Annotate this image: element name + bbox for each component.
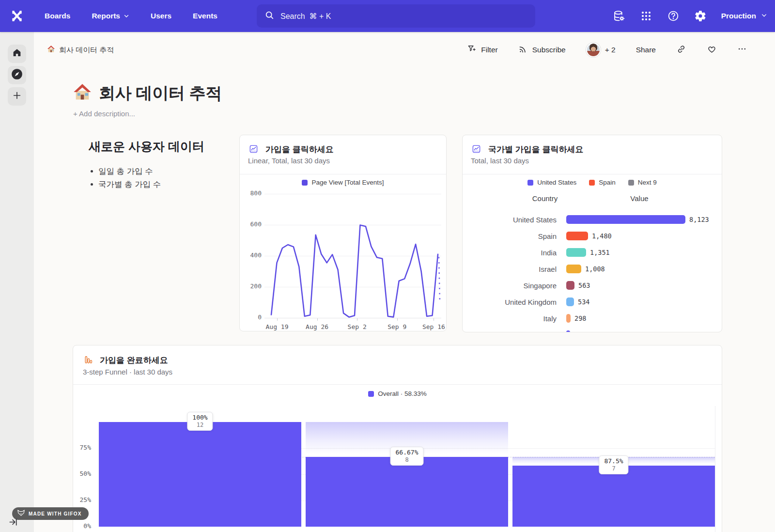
bar[interactable] [566, 297, 574, 306]
y-axis-tick: 50% [75, 470, 91, 477]
country-label: Singapore [470, 282, 557, 290]
bar-row-singapore[interactable]: Singapore563 [470, 277, 722, 294]
funnel-step-badge: 100%12 [187, 412, 213, 431]
nav-menu: BoardsReportsUsersEvents [45, 12, 217, 20]
funnel-step-bar-1[interactable] [99, 422, 301, 527]
left-sidebar [0, 32, 34, 532]
bar-row-israel[interactable]: Israel1,008 [470, 261, 722, 277]
bar[interactable] [566, 215, 685, 224]
column-header-value: Value [618, 194, 661, 203]
y-axis-tick: 200 [242, 282, 262, 290]
filter-button[interactable]: Filter [467, 44, 497, 56]
chevron-down-icon [124, 13, 129, 19]
bar-chart-rows: United States8,123Spain1,480India1,351Is… [470, 211, 722, 332]
card-subtitle: Linear, Total, last 30 days [248, 156, 330, 165]
nav-item-reports[interactable]: Reports [92, 12, 129, 20]
bar-value: 534 [578, 298, 589, 306]
bar[interactable] [566, 314, 571, 323]
legend-item[interactable]: Spain [589, 179, 616, 186]
gifox-badge[interactable]: MADE WITH GIFOX [12, 507, 89, 520]
mixpanel-logo-icon[interactable] [9, 8, 25, 24]
divider [240, 174, 446, 174]
funnel-step-bar-2[interactable] [306, 457, 508, 527]
top-nav: BoardsReportsUsersEvents Search ⌘ + K [0, 0, 775, 32]
country-label: Italy [470, 314, 557, 323]
column-header-country: Country [511, 194, 579, 203]
line-chart-card[interactable]: 가입을 클릭하세요 Linear, Total, last 30 days Pa… [239, 135, 447, 331]
divider [463, 174, 722, 174]
subscribe-button[interactable]: Subscribe [518, 44, 566, 56]
funnel-chart-card[interactable]: 가입을 완료하세요 3-step Funnel · last 30 days O… [73, 345, 722, 532]
bar-row-italy[interactable]: Italy298 [470, 310, 722, 327]
bar[interactable] [566, 265, 581, 273]
bar-row-georgia[interactable]: Georgia [470, 327, 722, 332]
bar-chart-icon [472, 144, 481, 156]
legend-item[interactable]: Next 9 [628, 179, 657, 186]
bar-chart-card[interactable]: 국가별 가입을 클릭하세요 Total, last 30 days United… [462, 135, 722, 332]
legend-swatch [302, 180, 308, 186]
copy-link-button[interactable] [676, 44, 686, 56]
y-axis-tick: 600 [242, 220, 262, 228]
filter-icon [467, 44, 477, 56]
house-icon [47, 45, 55, 55]
fox-icon [17, 509, 25, 518]
card-title: 가입을 클릭하세요 [265, 144, 334, 155]
chevron-down-icon [761, 12, 767, 20]
sidebar-add-button[interactable] [8, 87, 26, 106]
step-count: 7 [604, 465, 623, 472]
favorite-button[interactable] [707, 44, 717, 56]
line-chart-plot[interactable]: 0200400600800Aug 19Aug 26Sep 2Sep 9Sep 1… [264, 189, 441, 331]
share-button[interactable]: Share [636, 46, 656, 54]
legend-item[interactable]: United States [527, 179, 576, 186]
y-axis-tick: 0% [75, 522, 91, 530]
collaborators[interactable]: + 2 [586, 43, 616, 57]
bar[interactable] [566, 281, 574, 290]
bar-row-united-kingdom[interactable]: United Kingdom534 [470, 294, 722, 310]
rss-icon [518, 44, 528, 56]
legend-item[interactable]: Page View [Total Events] [302, 179, 384, 186]
project-selector[interactable]: Prouction [721, 12, 767, 20]
breadcrumb[interactable]: 회사 데이터 추적 [47, 45, 114, 55]
text-widget-heading: 새로운 사용자 데이터 [89, 139, 204, 155]
collaborator-count: + 2 [605, 46, 616, 54]
settings-gear-icon[interactable] [694, 10, 707, 22]
nav-item-events[interactable]: Events [193, 12, 217, 20]
bar[interactable] [566, 248, 586, 257]
funnel-step-bar-3[interactable] [512, 466, 715, 527]
bullet-item: 일일 총 가입 수 [91, 165, 161, 178]
apps-grid-icon[interactable] [640, 10, 652, 22]
nav-item-boards[interactable]: Boards [45, 12, 70, 20]
bar-chart-legend: United StatesSpainNext 9 [463, 179, 722, 186]
line-chart-icon [249, 144, 258, 156]
help-icon[interactable] [667, 10, 680, 22]
step-count: 12 [192, 422, 207, 428]
search-input[interactable]: Search ⌘ + K [257, 4, 535, 28]
more-button[interactable] [737, 44, 747, 56]
collapse-sidebar-icon[interactable] [9, 517, 18, 529]
plot-right-border [715, 406, 715, 532]
bar-value: 8,123 [689, 216, 709, 223]
plus-icon [12, 90, 22, 103]
gifox-label: MADE WITH GIFOX [29, 511, 82, 516]
avatar [586, 43, 601, 57]
bar-value: 563 [578, 282, 590, 289]
bar-row-india[interactable]: India1,351 [470, 244, 722, 261]
bar-row-spain[interactable]: Spain1,480 [470, 228, 722, 244]
bar[interactable] [566, 232, 588, 240]
bar[interactable] [566, 330, 570, 332]
y-axis-tick: 400 [242, 251, 262, 259]
bar-row-united-states[interactable]: United States8,123 [470, 211, 722, 228]
legend-swatch [527, 180, 533, 186]
search-icon [264, 10, 275, 22]
sidebar-home-button[interactable] [8, 45, 26, 63]
funnel-plot[interactable]: 0%25%50%75%100%1266.67%887.5%7 [73, 345, 722, 532]
filter-label: Filter [481, 46, 497, 54]
data-management-icon[interactable] [613, 10, 625, 22]
nav-item-users[interactable]: Users [151, 12, 171, 20]
subscribe-label: Subscribe [532, 46, 566, 54]
step-count: 8 [396, 456, 418, 463]
y-axis-tick: 800 [242, 189, 262, 197]
country-label: India [470, 249, 557, 257]
sidebar-discover-button[interactable] [8, 66, 26, 84]
add-description-button[interactable]: + Add description... [73, 110, 135, 118]
